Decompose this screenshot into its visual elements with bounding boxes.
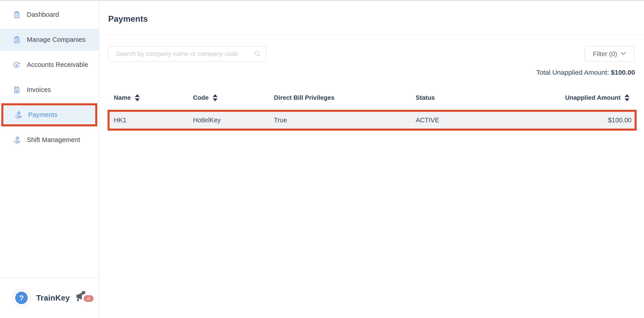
table-row[interactable]: HK1 HotlelKey True ACTIVE $100.00 xyxy=(110,112,634,128)
sidebar-item-label: Dashboard xyxy=(27,11,59,18)
sidebar-item-label: Payments xyxy=(28,111,58,118)
sidebar-nav: Dashboard Manage Companies $ xyxy=(0,1,99,151)
building-icon xyxy=(13,11,20,18)
filter-button[interactable]: Filter (0) xyxy=(585,46,634,62)
hand-coin-icon: $ xyxy=(13,136,20,144)
chevron-down-icon xyxy=(620,52,626,56)
sidebar-footer: ? TrainKey 0 xyxy=(0,277,99,318)
column-header-status: Status xyxy=(416,94,565,101)
sidebar-item-payments[interactable]: $ Payments xyxy=(1,103,97,126)
page-title: Payments xyxy=(108,14,148,24)
announcement-badge: 0 xyxy=(84,295,94,302)
question-icon: ? xyxy=(15,292,28,304)
main-content: Payments Filter (0) Total Unapplied Amou… xyxy=(100,1,644,318)
sidebar-item-manage-companies[interactable]: Manage Companies xyxy=(0,28,99,51)
search-icon xyxy=(254,50,261,58)
filter-button-label: Filter (0) xyxy=(593,50,617,58)
invoice-icon: $ xyxy=(13,86,20,94)
sidebar-item-label: Invoices xyxy=(27,86,51,94)
column-header-direct-bill-privileges: Direct Bill Privileges xyxy=(274,94,416,101)
search-box xyxy=(108,46,266,62)
search-input[interactable] xyxy=(108,46,266,62)
building-icon xyxy=(13,36,20,44)
column-header-unapplied-amount[interactable]: Unapplied Amount xyxy=(565,94,630,101)
sidebar-item-accounts-receivable[interactable]: $ Accounts Receivable xyxy=(0,54,99,76)
column-header-name[interactable]: Name xyxy=(114,94,193,101)
announcements-button[interactable]: 0 xyxy=(74,290,92,306)
sidebar-item-label: Shift Management xyxy=(27,136,80,144)
total-unapplied-value: $100.00 xyxy=(611,69,635,76)
row-highlight-annotation: HK1 HotlelKey True ACTIVE $100.00 xyxy=(108,110,636,130)
cell-unapplied-amount: $100.00 xyxy=(565,116,632,124)
table-header-row: Name Code Direct Bill Privileges Status … xyxy=(108,91,634,104)
svg-text:$: $ xyxy=(15,87,16,90)
sort-icon[interactable] xyxy=(624,94,630,101)
total-unapplied-label: Total Unapplied Amount: xyxy=(536,69,611,76)
sort-icon[interactable] xyxy=(135,94,140,101)
sidebar-item-label: Accounts Receivable xyxy=(27,61,88,68)
svg-text:$: $ xyxy=(16,63,18,67)
payments-table: Name Code Direct Bill Privileges Status … xyxy=(108,91,634,130)
sidebar-item-label: Manage Companies xyxy=(27,36,86,44)
cell-status: ACTIVE xyxy=(416,116,565,124)
header-divider xyxy=(100,34,644,35)
hand-coin-icon: $ xyxy=(14,111,22,119)
sort-icon[interactable] xyxy=(213,94,218,101)
money-cycle-icon: $ xyxy=(13,61,20,69)
sidebar-item-dashboard[interactable]: Dashboard xyxy=(0,4,99,26)
sidebar-item-shift-management[interactable]: $ Shift Management xyxy=(0,129,99,151)
sidebar: Dashboard Manage Companies $ xyxy=(0,1,99,318)
svg-text:$: $ xyxy=(17,137,18,139)
svg-text:$: $ xyxy=(18,112,20,114)
column-header-code[interactable]: Code xyxy=(193,94,274,101)
cell-name: HK1 xyxy=(114,116,193,124)
help-button[interactable]: ? xyxy=(12,289,30,307)
megaphone-icon xyxy=(74,290,86,303)
brand-logo: TrainKey xyxy=(36,294,70,302)
cell-direct-bill-privileges: True xyxy=(274,116,416,124)
total-unapplied-amount: Total Unapplied Amount: $100.00 xyxy=(536,69,635,76)
cell-code: HotlelKey xyxy=(193,116,274,124)
sidebar-item-invoices[interactable]: $ Invoices xyxy=(0,79,99,101)
